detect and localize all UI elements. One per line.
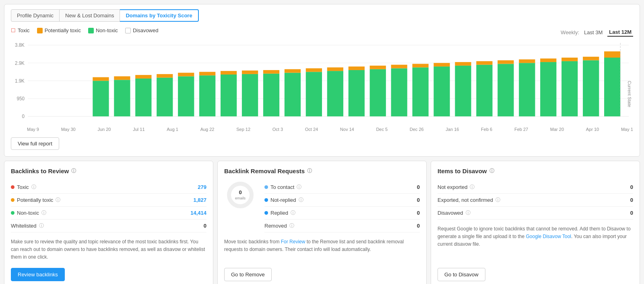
- svg-text:2.9K: 2.9K: [15, 60, 25, 66]
- svg-rect-37: [349, 70, 365, 116]
- svg-rect-25: [221, 75, 237, 116]
- svg-rect-49: [476, 65, 492, 116]
- backlinks-info-icon[interactable]: ⓘ: [71, 168, 76, 174]
- svg-rect-41: [391, 68, 407, 116]
- for-review-link[interactable]: For Review: [281, 239, 305, 245]
- backlinks-to-review-card: Backlinks to Review ⓘ Toxic ⓘ 279 Potent…: [4, 161, 213, 284]
- tab-bar: Profile Dynamic New & Lost Domains Domai…: [11, 9, 633, 22]
- svg-rect-56: [540, 58, 556, 62]
- svg-text:950: 950: [17, 96, 25, 102]
- not-exported-info[interactable]: ⓘ: [470, 184, 475, 191]
- replied-dot: [264, 211, 268, 215]
- svg-rect-14: [93, 77, 109, 81]
- exported-not-confirmed-value: 0: [630, 197, 633, 203]
- chart-legend: ☐ Toxic Potentially toxic Non-toxic Disa…: [11, 27, 158, 33]
- removal-info-icon[interactable]: ⓘ: [307, 168, 312, 174]
- disavowed-row: Disavowed ⓘ 0: [438, 207, 633, 220]
- not-replied-value: 0: [417, 197, 420, 203]
- not-exported-value: 0: [630, 184, 633, 190]
- to-contact-row: To contact ⓘ 0: [264, 181, 420, 194]
- svg-rect-44: [412, 64, 428, 67]
- whitelisted-info[interactable]: ⓘ: [39, 222, 44, 229]
- svg-rect-19: [157, 78, 173, 116]
- potentially-info[interactable]: ⓘ: [56, 197, 60, 203]
- go-to-remove-button[interactable]: Go to Remove: [224, 268, 272, 281]
- svg-rect-26: [221, 71, 237, 75]
- legend-nontoxic[interactable]: Non-toxic: [88, 27, 118, 33]
- exported-not-confirmed-info[interactable]: ⓘ: [495, 197, 500, 203]
- whitelisted-stat-row: Whitelisted ⓘ 0: [11, 220, 206, 232]
- svg-rect-27: [242, 74, 258, 116]
- svg-rect-28: [242, 70, 258, 74]
- nontoxic-value: 14,414: [190, 210, 206, 216]
- disavow-info-icon[interactable]: ⓘ: [489, 168, 494, 174]
- review-backlinks-button[interactable]: Review backlinks: [11, 268, 65, 281]
- svg-rect-38: [349, 66, 365, 70]
- removal-body: 0 emails To contact ⓘ 0: [224, 181, 420, 232]
- removed-row: Removed ⓘ 0: [264, 220, 420, 232]
- svg-text:0: 0: [239, 189, 242, 195]
- legend-potentially-toxic[interactable]: Potentially toxic: [37, 27, 81, 33]
- svg-text:1.9K: 1.9K: [15, 78, 25, 84]
- svg-rect-13: [93, 81, 109, 116]
- tab-profile-dynamic[interactable]: Profile Dynamic: [11, 9, 60, 22]
- svg-rect-21: [178, 76, 194, 116]
- svg-text:emails: emails: [235, 196, 246, 200]
- svg-rect-18: [135, 75, 151, 79]
- removed-value: 0: [417, 223, 420, 229]
- removal-description: Move toxic backlinks from For Review to …: [224, 238, 420, 261]
- disavow-card-title: Items to Disavow ⓘ: [438, 168, 633, 174]
- svg-rect-46: [433, 63, 450, 66]
- view-full-report-button[interactable]: View full report: [11, 137, 59, 150]
- google-disavow-link[interactable]: Google Disavow Tool: [526, 234, 572, 239]
- svg-rect-31: [285, 73, 301, 116]
- potentially-dot: [11, 198, 14, 202]
- backlinks-description: Make sure to review the quality and topi…: [11, 238, 206, 261]
- not-replied-info[interactable]: ⓘ: [299, 197, 303, 203]
- to-contact-dot: [264, 185, 268, 189]
- svg-rect-42: [391, 65, 407, 68]
- time-btn-12m[interactable]: Last 12M: [607, 28, 633, 37]
- toxic-value: 279: [198, 184, 206, 190]
- go-to-disavow-button[interactable]: Go to Disavow: [438, 268, 485, 281]
- svg-rect-59: [583, 60, 599, 116]
- svg-rect-24: [199, 72, 215, 75]
- tab-new-lost-domains[interactable]: New & Lost Domains: [60, 9, 120, 22]
- svg-rect-23: [199, 75, 215, 116]
- svg-rect-20: [157, 74, 173, 78]
- svg-rect-15: [114, 80, 130, 116]
- svg-rect-53: [519, 63, 535, 116]
- potentially-value: 1,827: [193, 197, 206, 203]
- exported-not-confirmed-row: Exported, not confirmed ⓘ 0: [438, 194, 633, 207]
- legend-toxic[interactable]: ☐ Toxic: [11, 27, 30, 33]
- time-btn-3m[interactable]: Last 3M: [582, 29, 604, 36]
- backlinks-card-title: Backlinks to Review ⓘ: [11, 168, 206, 174]
- svg-rect-50: [476, 61, 492, 65]
- replied-value: 0: [417, 210, 420, 216]
- svg-rect-48: [455, 62, 471, 66]
- svg-rect-36: [327, 67, 343, 71]
- time-label: Weekly:: [561, 29, 579, 35]
- svg-rect-61: [604, 58, 620, 116]
- svg-rect-51: [497, 64, 514, 116]
- svg-text:0: 0: [22, 114, 25, 119]
- removed-info[interactable]: ⓘ: [289, 222, 294, 229]
- potentially-toxic-stat-row: Potentially toxic ⓘ 1,827: [11, 194, 206, 207]
- svg-rect-35: [327, 71, 343, 116]
- svg-rect-60: [583, 57, 599, 60]
- nontoxic-info[interactable]: ⓘ: [41, 209, 46, 216]
- legend-disavowed[interactable]: Disavowed: [125, 27, 159, 33]
- disavowed-info[interactable]: ⓘ: [466, 209, 471, 216]
- svg-rect-62: [604, 52, 620, 58]
- svg-rect-32: [285, 69, 301, 73]
- disavowed-value: 0: [630, 210, 633, 216]
- replied-info[interactable]: ⓘ: [291, 209, 295, 216]
- svg-rect-43: [412, 67, 428, 116]
- nontoxic-dot: [11, 211, 14, 215]
- tab-domains-by-toxicity[interactable]: Domains by Toxicity Score: [120, 9, 198, 22]
- nontoxic-stat-row: Non-toxic ⓘ 14,414: [11, 207, 206, 220]
- svg-rect-33: [306, 72, 322, 116]
- to-contact-info[interactable]: ⓘ: [297, 184, 301, 191]
- toxic-info[interactable]: ⓘ: [31, 184, 36, 191]
- not-replied-row: Not-replied ⓘ 0: [264, 194, 420, 207]
